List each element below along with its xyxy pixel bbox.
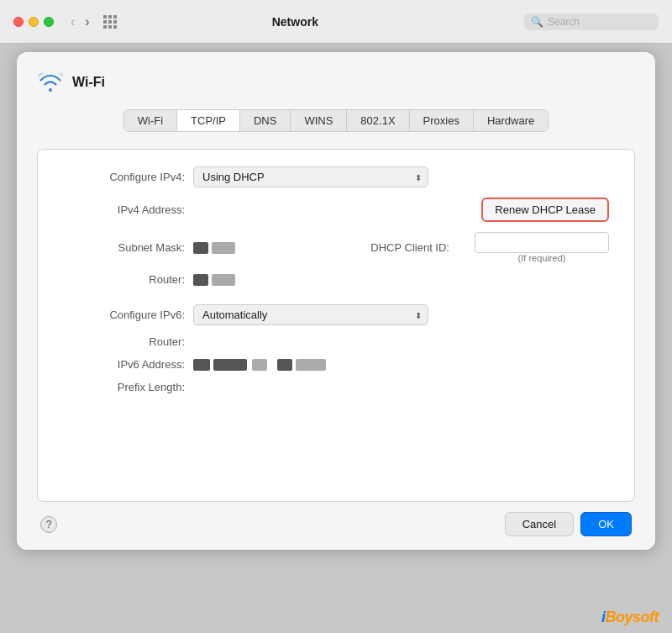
prefix-length-label: Prefix Length: [63,381,185,393]
prefix-length-row: Prefix Length: [63,381,609,393]
main-panel: Wi-Fi Wi-Fi TCP/IP DNS WINS 802.1X Proxi… [17,52,655,550]
traffic-lights [13,17,54,27]
subnet-mask-row: Subnet Mask: DHCP Client ID: (If require… [63,232,609,263]
ipv6-val-3 [252,359,267,371]
router-value-1 [193,274,208,286]
tab-wifi[interactable]: Wi-Fi [124,110,177,131]
configure-ipv4-row: Configure IPv4: Using DHCP Manually Usin… [63,166,609,187]
tab-wins[interactable]: WINS [291,110,347,131]
subnet-mask-value-1 [193,242,208,254]
router-row: Router: [63,273,609,286]
ipv6-address-label: IPv6 Address: [63,358,185,371]
configure-ipv6-select[interactable]: Automatically Manually Off [193,304,428,325]
configure-ipv4-select[interactable]: Using DHCP Manually Using BOOTP Off [193,166,428,187]
watermark: iBoysoft [601,609,659,626]
tab-dns[interactable]: DNS [240,110,291,131]
tab-hardware[interactable]: Hardware [474,110,548,131]
dhcp-client-id-input[interactable] [475,232,609,253]
subnet-mask-label: Subnet Mask: [63,241,185,254]
tab-8021x[interactable]: 802.1X [347,110,409,131]
ipv4-address-label: IPv4 Address: [63,203,185,216]
window-title: Network [73,15,517,29]
router-ipv6-row: Router: [63,335,609,348]
dhcp-client-id-area: (If required) [475,232,609,263]
tab-bar: Wi-Fi TCP/IP DNS WINS 802.1X Proxies Har… [123,109,549,132]
ipv4-address-row: IPv4 Address: Renew DHCP Lease [63,198,609,222]
search-placeholder: Search [548,16,580,28]
watermark-rest: Boysoft [606,609,659,625]
router-label: Router: [63,273,185,286]
minimize-button[interactable] [29,17,39,27]
close-button[interactable] [13,17,24,27]
renew-dhcp-button[interactable]: Renew DHCP Lease [481,198,609,222]
titlebar: ‹ › Network 🔍 Search [0,0,672,44]
ipv6-val-4 [277,359,292,371]
footer: ? Cancel OK [37,502,635,536]
configure-ipv6-label: Configure IPv6: [63,309,185,321]
tab-proxies[interactable]: Proxies [410,110,474,131]
ipv6-val-1 [193,359,210,371]
search-box[interactable]: 🔍 Search [524,13,659,30]
configure-ipv6-select-wrapper[interactable]: Automatically Manually Off ⬍ [193,304,428,325]
configure-ipv6-row: Configure IPv6: Automatically Manually O… [63,304,609,325]
cancel-button[interactable]: Cancel [505,512,574,536]
maximize-button[interactable] [44,17,54,27]
wifi-header: Wi-Fi [37,69,635,96]
wifi-label: Wi-Fi [72,75,105,90]
dhcp-client-id-label: DHCP Client ID: [349,241,449,254]
ok-button[interactable]: OK [580,512,632,536]
configure-ipv4-label: Configure IPv4: [63,171,185,183]
ipv6-val-5 [296,359,326,371]
wifi-icon [37,69,64,96]
help-button[interactable]: ? [40,516,57,533]
ipv6-address-row: IPv6 Address: [63,358,609,371]
router-value-2 [212,274,235,286]
router-ipv6-label: Router: [63,335,185,348]
tab-tcpip[interactable]: TCP/IP [177,110,240,131]
ipv6-val-2 [213,359,247,371]
if-required-label: (If required) [475,253,609,263]
configure-ipv4-select-wrapper[interactable]: Using DHCP Manually Using BOOTP Off ⬍ [193,166,428,187]
content-area: Configure IPv4: Using DHCP Manually Usin… [37,149,635,502]
subnet-mask-value-2 [212,242,235,254]
search-icon: 🔍 [531,16,543,28]
